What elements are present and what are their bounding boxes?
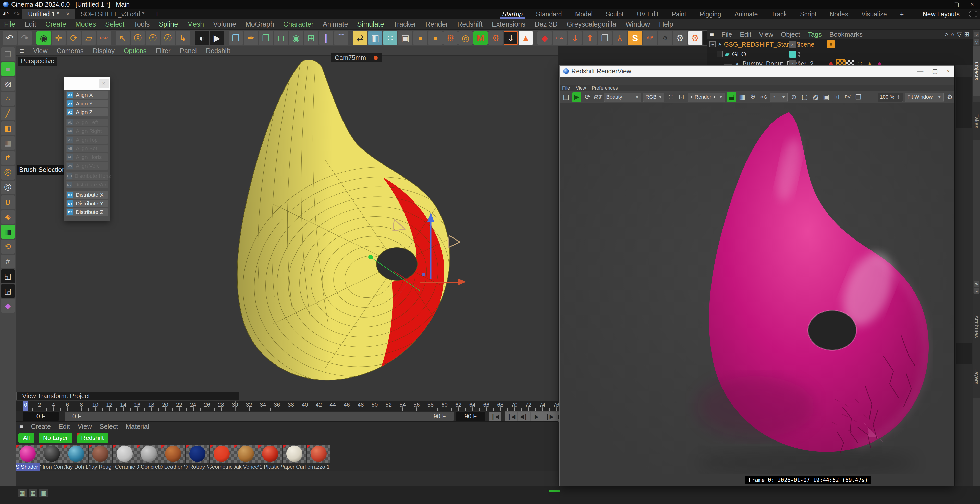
fire-icon[interactable]: ▲ (519, 31, 533, 45)
redshift-renderview-window[interactable]: Redshift RenderView —▢× ≡ FileViewPrefer… (559, 65, 955, 486)
om-menu-file[interactable]: File (721, 31, 732, 38)
lock-icon[interactable]: ⬓ (727, 92, 736, 102)
layout-toggle-icon[interactable] (969, 11, 977, 17)
material-thumbnail[interactable] (161, 445, 185, 463)
distribute-y-button[interactable]: DYDistribute Y (65, 200, 108, 208)
cube-brackets-icon[interactable]: ❒ (598, 31, 612, 45)
menu-mograph[interactable]: MoGraph (245, 21, 274, 28)
menu-daz-3d[interactable]: Daz 3D (535, 21, 558, 28)
copy-page-icon[interactable]: ❏ (854, 92, 862, 102)
menu-volume[interactable]: Volume (213, 21, 236, 28)
selection-arrow-tool[interactable]: ↖ (116, 31, 130, 45)
snap-toggle-icon[interactable]: Ⓢ (1, 166, 15, 179)
menu-create[interactable]: Create (45, 21, 66, 28)
window-gear-icon[interactable]: ⚙ (443, 31, 458, 45)
undo-icon[interactable]: ↶ (0, 9, 11, 19)
side-tab-objects[interactable]: Objects (973, 46, 980, 96)
range-end-grip[interactable] (450, 414, 452, 419)
menu-extensions[interactable]: Extensions (492, 21, 525, 28)
material-item[interactable]: D Concrete (137, 445, 161, 471)
material-item[interactable]: Geometric I (210, 445, 234, 471)
renderview-menu-file[interactable]: File (562, 85, 570, 91)
material-name[interactable]: Terrazzo 19 (307, 463, 331, 471)
gear-white-icon[interactable]: ⚙ (673, 31, 687, 45)
crop-icon[interactable]: ⊡ (677, 92, 686, 102)
play-button[interactable]: ▶ (531, 412, 543, 422)
expander-icon[interactable]: − (717, 51, 723, 57)
material-menu-create[interactable]: Create (31, 423, 51, 431)
material-item[interactable]: Paper Curly (283, 445, 306, 471)
channel-dropdown[interactable]: RGB▼ (643, 93, 664, 102)
material-name[interactable]: Clay Rough (89, 463, 112, 471)
object-manager-hamburger-icon[interactable]: ≡ (710, 31, 714, 38)
layout-tab-standard[interactable]: Standard (529, 9, 568, 19)
snap-settings-icon[interactable]: Ⓢ (1, 181, 15, 194)
start-ipr-button[interactable]: ▶ (573, 92, 581, 102)
lock-x-axis[interactable]: Ⓧ (130, 31, 145, 45)
strip-icon-1[interactable]: ▽ (974, 39, 980, 45)
material-name[interactable]: D Ceramic T (113, 463, 137, 471)
restart-render-button[interactable]: ⟳ (583, 92, 592, 102)
redo-icon[interactable]: ↷ (11, 9, 22, 19)
range-start-grip[interactable] (67, 414, 68, 419)
filter-no-layer-button[interactable]: No Layer (38, 433, 73, 443)
redo-icon[interactable]: ↷ (18, 31, 32, 45)
bend-deformer-icon[interactable]: ⌒ (334, 31, 348, 45)
annotation-tag-icon[interactable]: ≡ (827, 40, 835, 49)
end-frame-field[interactable]: 90 F (456, 412, 485, 421)
lock-z-axis[interactable]: Ⓩ (161, 31, 175, 45)
menu-character[interactable]: Character (283, 21, 313, 28)
viewport-menu-options[interactable]: Options (124, 47, 147, 55)
object-row-gsg_redshift_starterscene[interactable]: −◔GSG_REDSHIFT_StarterScene∕≡ (707, 40, 975, 49)
material-item[interactable]: D Leather V (161, 445, 185, 471)
material-item[interactable]: D Ceramic T (113, 445, 137, 471)
material-name[interactable]: Oak Veneer (234, 463, 258, 471)
camera-label[interactable]: Cam75mm (331, 53, 382, 62)
menu-tracker[interactable]: Tracker (393, 21, 417, 28)
menu-mesh[interactable]: Mesh (187, 21, 204, 28)
render-mode-dropdown[interactable]: < Render >▼ (688, 93, 725, 102)
polygon-mode-icon[interactable]: ◧ (1, 121, 15, 135)
viewport-menu-filter[interactable]: Filter (156, 47, 171, 55)
add-panel-icon[interactable]: ⊞ (964, 31, 969, 38)
pv-icon[interactable]: PV (843, 92, 852, 102)
window-gear-icon-2[interactable]: ⚙ (488, 31, 503, 45)
menu-redshift[interactable]: Redshift (457, 21, 483, 28)
dither-icon[interactable]: ∷ (667, 92, 675, 102)
layout-tab-rigging[interactable]: Rigging (693, 9, 728, 19)
layout-tab-uv-edit[interactable]: UV Edit (630, 9, 665, 19)
layout-box-icon[interactable]: ▣ (39, 489, 48, 498)
panel-icon-b[interactable]: ◲ (1, 284, 15, 298)
material-name[interactable]: D Rotary M (186, 463, 209, 471)
menu-modes[interactable]: Modes (75, 21, 96, 28)
point-mode-icon[interactable]: ∴ (1, 92, 15, 106)
document-tab[interactable]: SOFTSHELL_v3.c4d * (75, 9, 150, 19)
make-editable-icon[interactable]: ❒ (1, 48, 15, 61)
cloner-icon[interactable]: ▣ (398, 31, 412, 45)
menu-help[interactable]: Help (659, 21, 673, 28)
layout-grid-icon-b[interactable]: ▦ (29, 489, 37, 498)
layout-tab-sculpt[interactable]: Sculpt (599, 9, 630, 19)
object-row-geo[interactable]: −▰GEO (707, 49, 980, 59)
distribute-z-button[interactable]: DZDistribute Z (65, 208, 108, 216)
close-button[interactable]: × (964, 0, 980, 9)
layout-tab-nodes[interactable]: Nodes (823, 9, 855, 19)
layout-grid-icon-a[interactable]: ▦ (18, 489, 27, 498)
material-thumbnail[interactable] (234, 445, 258, 463)
render-to-picture-viewer[interactable]: ▶ (210, 31, 224, 45)
viewport-menu-panel[interactable]: Panel (180, 47, 197, 55)
minimize-button[interactable]: — (932, 0, 948, 9)
region-shape-dropdown[interactable]: ○▼ (770, 93, 788, 102)
renderview-hamburger-icon[interactable]: ≡ (564, 77, 568, 84)
model-mode-icon[interactable]: ■ (1, 62, 15, 76)
extrude-cage-icon[interactable]: □ (274, 31, 288, 45)
sphere-object-icon-b[interactable]: ● (428, 31, 442, 45)
lock-y-axis[interactable]: Ⓨ (146, 31, 160, 45)
strip-icon-b1[interactable]: ≡ (974, 288, 980, 294)
material-item[interactable]: RS Shader C (16, 445, 40, 471)
edge-mode-icon[interactable]: ╱ (1, 106, 15, 120)
texture-mode-icon[interactable]: ▨ (1, 77, 15, 91)
split-view-icon[interactable]: ▥ (368, 31, 382, 45)
bucket-grid-icon[interactable]: ▦ (738, 92, 746, 102)
side-tab-takes[interactable]: Takes (973, 102, 980, 140)
